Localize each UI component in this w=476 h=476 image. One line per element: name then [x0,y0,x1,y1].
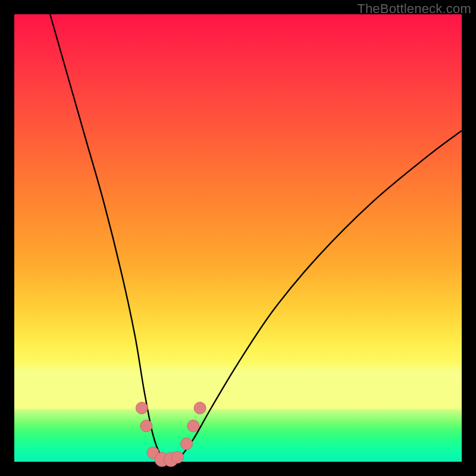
marker-dot [181,438,193,450]
bottleneck-curve-path [50,14,462,462]
marker-dot [187,420,199,432]
outer-frame: TheBottleneck.com [0,0,476,476]
marker-group [136,402,206,466]
marker-dot [136,402,148,414]
marker-dot [140,420,152,432]
marker-dot [194,402,206,414]
marker-dot [171,451,183,463]
watermark-text: TheBottleneck.com [357,1,471,17]
chart-svg [14,14,462,462]
